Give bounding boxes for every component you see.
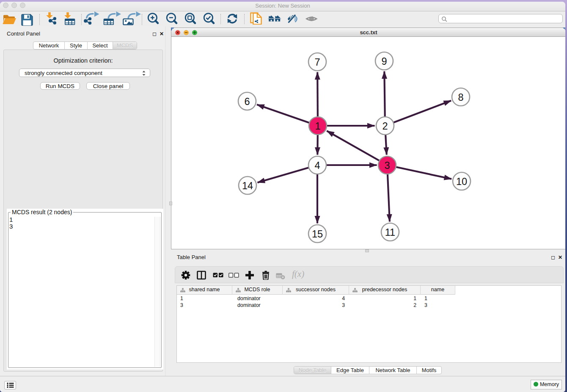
svg-text:8: 8 <box>458 92 463 103</box>
svg-text:9: 9 <box>381 56 387 67</box>
svg-text:7: 7 <box>314 57 320 68</box>
svg-text:15: 15 <box>312 229 323 240</box>
svg-text:6: 6 <box>244 96 250 107</box>
svg-text:4: 4 <box>314 160 320 171</box>
svg-text:10: 10 <box>456 176 467 187</box>
svg-text:2: 2 <box>382 121 388 132</box>
svg-text:1: 1 <box>315 121 320 132</box>
svg-text:14: 14 <box>242 180 253 191</box>
svg-text:3: 3 <box>384 160 390 171</box>
svg-text:11: 11 <box>385 227 395 238</box>
